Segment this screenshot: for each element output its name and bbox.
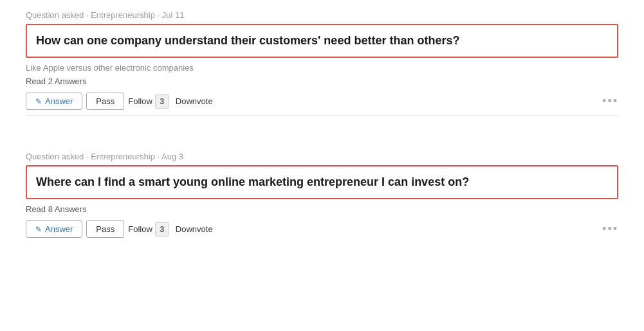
question-meta: Question asked · Entrepreneurship · Jul … xyxy=(26,10,618,20)
more-options-button[interactable]: ••• xyxy=(602,94,618,108)
question-title: How can one company understand their cus… xyxy=(36,33,608,49)
divider xyxy=(26,115,618,116)
pass-label: Pass xyxy=(96,96,115,106)
follow-button[interactable]: Follow xyxy=(128,224,152,234)
read-answers-link[interactable]: Read 8 Answers xyxy=(26,204,618,214)
pencil-icon: ✎ xyxy=(35,225,42,234)
pass-button[interactable]: Pass xyxy=(86,220,124,238)
follow-count-badge: 3 xyxy=(155,222,169,237)
more-options-button[interactable]: ••• xyxy=(602,222,618,236)
action-bar: ✎ Answer Pass Follow 3 Downvote ••• xyxy=(26,220,618,238)
action-bar: ✎ Answer Pass Follow 3 Downvote ••• xyxy=(26,93,618,110)
pencil-icon: ✎ xyxy=(35,97,42,106)
answer-button[interactable]: ✎ Answer xyxy=(26,220,82,238)
downvote-button[interactable]: Downvote xyxy=(176,224,213,234)
question-meta: Question asked · Entrepreneurship · Aug … xyxy=(26,152,618,161)
question-description: Like Apple versus other electronic compa… xyxy=(26,63,618,73)
question-title: Where can I find a smart young online ma… xyxy=(36,174,608,190)
follow-count-badge: 3 xyxy=(155,94,169,109)
follow-group: Follow 3 xyxy=(128,222,169,237)
follow-group: Follow 3 xyxy=(128,94,169,109)
read-answers-link[interactable]: Read 2 Answers xyxy=(26,76,618,86)
answer-label: Answer xyxy=(45,224,73,234)
question-title-box[interactable]: How can one company understand their cus… xyxy=(26,24,618,58)
question-title-box[interactable]: Where can I find a smart young online ma… xyxy=(26,165,618,199)
question-card-1: Question asked · Entrepreneurship · Jul … xyxy=(26,10,618,136)
pass-button[interactable]: Pass xyxy=(86,93,124,110)
answer-button[interactable]: ✎ Answer xyxy=(26,93,82,110)
answer-label: Answer xyxy=(45,96,73,106)
follow-button[interactable]: Follow xyxy=(128,96,152,106)
downvote-button[interactable]: Downvote xyxy=(176,96,213,106)
pass-label: Pass xyxy=(96,224,115,234)
question-card-2: Question asked · Entrepreneurship · Aug … xyxy=(26,152,618,248)
